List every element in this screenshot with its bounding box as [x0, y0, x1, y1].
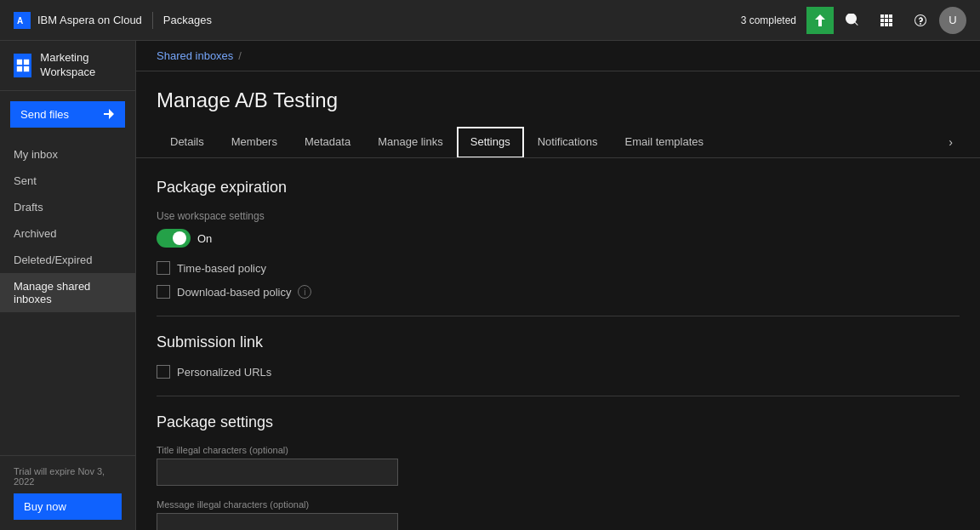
breadcrumb-separator: / [238, 49, 242, 62]
sidebar-workspace: Marketing Workspace [0, 41, 135, 91]
use-workspace-label: Use workspace settings [157, 210, 960, 222]
time-based-policy-row: Time-based policy [157, 261, 960, 275]
topbar-right: 3 completed U [741, 5, 966, 36]
section-divider-1 [157, 316, 960, 316]
content-area: Shared inboxes / Manage A/B Testing Deta… [136, 41, 980, 530]
toggle-on-label: On [197, 232, 212, 245]
tab-notifications[interactable]: Notifications [524, 127, 612, 158]
sidebar-item-sent[interactable]: Sent [0, 168, 135, 194]
sidebar-item-manage-shared-inboxes[interactable]: Manage shared inboxes [0, 273, 135, 312]
breadcrumb: Shared inboxes / [136, 41, 980, 71]
svg-text:A: A [17, 16, 23, 26]
main-layout: Marketing Workspace Send files My inbox … [0, 41, 980, 530]
buy-now-button[interactable]: Buy now [14, 493, 122, 520]
download-based-info-icon[interactable]: i [298, 285, 311, 299]
breadcrumb-shared-inboxes[interactable]: Shared inboxes [157, 49, 233, 62]
sidebar-footer: Trial will expire Nov 3, 2022 Buy now [0, 455, 135, 530]
topbar-divider [152, 12, 153, 29]
download-based-policy-label: Download-based policy [177, 286, 291, 299]
tabs-bar: Details Members Metadata Manage links Se… [136, 126, 980, 158]
upload-icon [813, 14, 827, 27]
help-button[interactable] [905, 5, 936, 36]
title-illegal-chars-field: Title illegal characters (optional) [157, 445, 960, 486]
topbar-logo-text: IBM Aspera on Cloud [37, 14, 142, 26]
download-based-policy-row: Download-based policy i [157, 285, 960, 299]
sidebar-item-archived[interactable]: Archived [0, 220, 135, 247]
submission-link-title: Submission link [157, 333, 960, 351]
content-body: Package expiration Use workspace setting… [136, 158, 980, 530]
message-illegal-chars-field: Message illegal characters (optional) [157, 499, 960, 530]
workspace-logo-icon [15, 58, 31, 73]
time-based-policy-checkbox[interactable] [157, 261, 170, 275]
sidebar-item-deleted-expired[interactable]: Deleted/Expired [0, 247, 135, 273]
page-title: Manage A/B Testing [157, 88, 960, 112]
download-based-policy-checkbox[interactable] [157, 285, 170, 299]
search-button[interactable] [837, 5, 868, 36]
ibm-aspera-logo: A IBM Aspera on Cloud [14, 12, 142, 29]
tab-metadata[interactable]: Metadata [291, 127, 364, 158]
help-icon [914, 14, 927, 27]
trial-expiry-text: Trial will expire Nov 3, 2022 [14, 466, 122, 487]
personalized-urls-row: Personalized URLs [157, 365, 960, 379]
sidebar: Marketing Workspace Send files My inbox … [0, 41, 136, 530]
toggle-slider [157, 229, 191, 248]
topbar-status: 3 completed [741, 14, 796, 26]
workspace-icon [14, 54, 31, 77]
send-files-label: Send files [20, 108, 69, 121]
svg-rect-5 [24, 66, 29, 71]
search-icon [846, 14, 859, 27]
title-illegal-input[interactable] [157, 459, 398, 486]
use-workspace-toggle[interactable] [157, 229, 191, 248]
send-icon [103, 108, 115, 120]
tab-manage-links[interactable]: Manage links [364, 127, 457, 158]
user-avatar-button[interactable]: U [939, 7, 966, 34]
topbar: A IBM Aspera on Cloud Packages 3 complet… [0, 0, 980, 41]
apps-icon [880, 14, 893, 27]
send-files-button[interactable]: Send files [10, 101, 125, 128]
package-expiration-title: Package expiration [157, 179, 960, 197]
package-settings-title: Package settings [157, 413, 960, 431]
sidebar-item-drafts[interactable]: Drafts [0, 194, 135, 220]
svg-rect-4 [16, 66, 21, 71]
sidebar-nav: My inbox Sent Drafts Archived Deleted/Ex… [0, 138, 135, 455]
message-illegal-input[interactable] [157, 513, 398, 530]
svg-rect-3 [24, 60, 29, 65]
message-illegal-label: Message illegal characters (optional) [157, 499, 960, 510]
personalized-urls-label: Personalized URLs [177, 366, 271, 379]
tab-members[interactable]: Members [218, 127, 291, 158]
section-divider-2 [157, 396, 960, 396]
tab-settings[interactable]: Settings [457, 127, 524, 158]
page-header: Manage A/B Testing [136, 71, 980, 112]
workspace-name: Marketing Workspace [40, 51, 122, 80]
tab-email-templates[interactable]: Email templates [612, 127, 717, 158]
time-based-policy-label: Time-based policy [177, 262, 266, 275]
aspera-icon: A [14, 12, 31, 29]
svg-rect-2 [16, 60, 21, 65]
notification-badge [806, 7, 834, 34]
topbar-packages[interactable]: Packages [163, 14, 212, 26]
topbar-left: A IBM Aspera on Cloud Packages [14, 12, 212, 29]
tabs-scroll-right-button[interactable]: › [942, 127, 960, 157]
apps-button[interactable] [871, 5, 902, 36]
use-workspace-toggle-row: On [157, 229, 960, 248]
personalized-urls-checkbox[interactable] [157, 365, 170, 379]
sidebar-item-my-inbox[interactable]: My inbox [0, 141, 135, 168]
tab-details[interactable]: Details [157, 127, 218, 158]
title-illegal-label: Title illegal characters (optional) [157, 445, 960, 455]
